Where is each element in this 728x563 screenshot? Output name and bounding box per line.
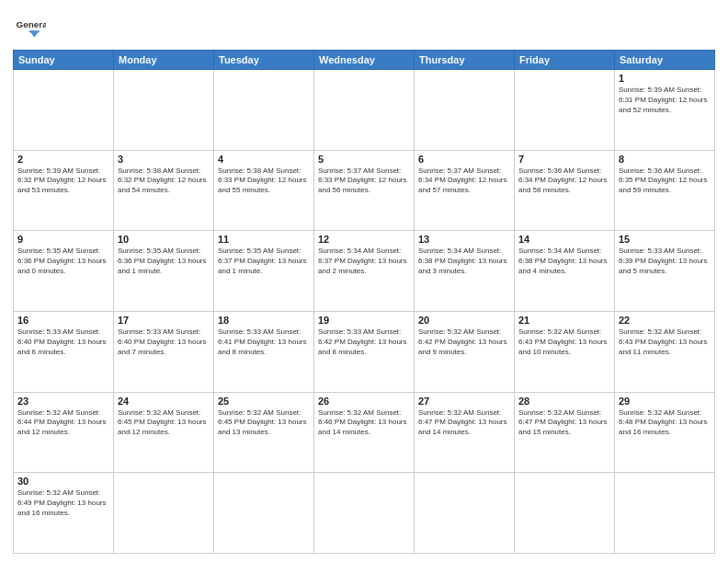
day-info: Sunrise: 5:35 AM Sunset: 6:36 PM Dayligh…	[17, 247, 109, 276]
day-info: Sunrise: 5:37 AM Sunset: 6:34 PM Dayligh…	[418, 167, 510, 196]
day-number: 26	[318, 396, 410, 407]
header: General	[13, 9, 715, 42]
svg-rect-3	[29, 30, 40, 32]
header-thursday: Thursday	[415, 51, 515, 70]
day-number: 25	[218, 396, 310, 407]
table-cell	[114, 70, 214, 151]
table-cell	[515, 70, 615, 151]
day-number: 11	[218, 234, 310, 245]
table-cell: 30Sunrise: 5:32 AM Sunset: 6:49 PM Dayli…	[14, 473, 114, 554]
day-number: 7	[518, 154, 610, 165]
day-info: Sunrise: 5:37 AM Sunset: 6:33 PM Dayligh…	[318, 167, 410, 196]
day-info: Sunrise: 5:34 AM Sunset: 6:38 PM Dayligh…	[518, 247, 610, 276]
day-number: 2	[17, 154, 109, 165]
table-cell	[314, 473, 415, 554]
table-cell	[114, 473, 214, 554]
day-info: Sunrise: 5:33 AM Sunset: 6:42 PM Dayligh…	[318, 327, 410, 357]
table-cell: 20Sunrise: 5:32 AM Sunset: 6:42 PM Dayli…	[415, 311, 515, 392]
table-cell: 5Sunrise: 5:37 AM Sunset: 6:33 PM Daylig…	[314, 150, 415, 231]
day-number: 12	[318, 234, 410, 245]
day-number: 29	[619, 396, 711, 407]
day-info: Sunrise: 5:33 AM Sunset: 6:41 PM Dayligh…	[218, 327, 310, 357]
day-info: Sunrise: 5:32 AM Sunset: 6:43 PM Dayligh…	[518, 327, 610, 357]
day-number: 15	[619, 234, 711, 245]
day-number: 20	[418, 315, 510, 326]
page: General Sunday Monday Tuesday Wednesday …	[0, 0, 728, 563]
day-info: Sunrise: 5:32 AM Sunset: 6:44 PM Dayligh…	[17, 408, 109, 438]
day-number: 8	[619, 154, 711, 165]
table-cell	[615, 473, 715, 554]
day-info: Sunrise: 5:38 AM Sunset: 6:32 PM Dayligh…	[118, 167, 210, 196]
table-cell: 11Sunrise: 5:35 AM Sunset: 6:37 PM Dayli…	[214, 231, 314, 312]
table-cell: 7Sunrise: 5:36 AM Sunset: 6:34 PM Daylig…	[515, 150, 615, 231]
day-number: 23	[17, 396, 109, 407]
day-info: Sunrise: 5:33 AM Sunset: 6:39 PM Dayligh…	[619, 247, 711, 276]
day-info: Sunrise: 5:36 AM Sunset: 6:34 PM Dayligh…	[518, 167, 610, 196]
table-cell	[415, 70, 515, 151]
day-number: 6	[418, 154, 510, 165]
header-friday: Friday	[515, 51, 615, 70]
day-info: Sunrise: 5:32 AM Sunset: 6:46 PM Dayligh…	[318, 408, 410, 438]
table-cell	[214, 70, 314, 151]
logo-icon: General	[13, 9, 46, 42]
logo: General	[13, 9, 50, 42]
table-cell: 23Sunrise: 5:32 AM Sunset: 6:44 PM Dayli…	[14, 392, 114, 473]
header-wednesday: Wednesday	[314, 51, 415, 70]
header-tuesday: Tuesday	[214, 51, 314, 70]
table-cell: 29Sunrise: 5:32 AM Sunset: 6:48 PM Dayli…	[615, 392, 715, 473]
day-number: 18	[218, 315, 310, 326]
table-cell: 18Sunrise: 5:33 AM Sunset: 6:41 PM Dayli…	[214, 311, 314, 392]
table-cell: 12Sunrise: 5:34 AM Sunset: 6:37 PM Dayli…	[314, 231, 415, 312]
day-info: Sunrise: 5:32 AM Sunset: 6:45 PM Dayligh…	[118, 408, 210, 438]
day-info: Sunrise: 5:32 AM Sunset: 6:49 PM Dayligh…	[17, 488, 109, 518]
table-cell	[214, 473, 314, 554]
table-cell: 1Sunrise: 5:39 AM Sunset: 6:31 PM Daylig…	[615, 70, 715, 151]
day-info: Sunrise: 5:33 AM Sunset: 6:40 PM Dayligh…	[17, 327, 109, 357]
day-info: Sunrise: 5:39 AM Sunset: 6:31 PM Dayligh…	[619, 86, 711, 115]
day-info: Sunrise: 5:32 AM Sunset: 6:47 PM Dayligh…	[418, 408, 510, 438]
table-cell: 16Sunrise: 5:33 AM Sunset: 6:40 PM Dayli…	[14, 311, 114, 392]
table-cell: 15Sunrise: 5:33 AM Sunset: 6:39 PM Dayli…	[615, 231, 715, 312]
day-info: Sunrise: 5:35 AM Sunset: 6:37 PM Dayligh…	[218, 247, 310, 276]
table-cell: 24Sunrise: 5:32 AM Sunset: 6:45 PM Dayli…	[114, 392, 214, 473]
day-number: 27	[418, 396, 510, 407]
header-sunday: Sunday	[14, 51, 114, 70]
day-info: Sunrise: 5:39 AM Sunset: 6:32 PM Dayligh…	[17, 167, 109, 196]
svg-text:General: General	[17, 19, 46, 29]
day-number: 17	[118, 315, 210, 326]
calendar-table: Sunday Monday Tuesday Wednesday Thursday…	[13, 50, 715, 554]
table-cell: 9Sunrise: 5:35 AM Sunset: 6:36 PM Daylig…	[14, 231, 114, 312]
table-cell: 28Sunrise: 5:32 AM Sunset: 6:47 PM Dayli…	[515, 392, 615, 473]
day-number: 24	[118, 396, 210, 407]
day-number: 9	[17, 234, 109, 245]
day-number: 1	[619, 73, 711, 84]
table-cell: 6Sunrise: 5:37 AM Sunset: 6:34 PM Daylig…	[415, 150, 515, 231]
day-number: 19	[318, 315, 410, 326]
header-saturday: Saturday	[615, 51, 715, 70]
day-info: Sunrise: 5:32 AM Sunset: 6:45 PM Dayligh…	[218, 408, 310, 438]
weekday-header-row: Sunday Monday Tuesday Wednesday Thursday…	[14, 51, 715, 70]
day-info: Sunrise: 5:32 AM Sunset: 6:48 PM Dayligh…	[619, 408, 711, 438]
table-cell	[314, 70, 415, 151]
day-info: Sunrise: 5:34 AM Sunset: 6:38 PM Dayligh…	[418, 247, 510, 276]
day-info: Sunrise: 5:34 AM Sunset: 6:37 PM Dayligh…	[318, 247, 410, 276]
day-number: 22	[619, 315, 711, 326]
table-cell: 22Sunrise: 5:32 AM Sunset: 6:43 PM Dayli…	[615, 311, 715, 392]
day-info: Sunrise: 5:38 AM Sunset: 6:33 PM Dayligh…	[218, 167, 310, 196]
table-cell: 19Sunrise: 5:33 AM Sunset: 6:42 PM Dayli…	[314, 311, 415, 392]
table-cell	[14, 70, 114, 151]
table-cell: 10Sunrise: 5:35 AM Sunset: 6:36 PM Dayli…	[114, 231, 214, 312]
header-monday: Monday	[114, 51, 214, 70]
table-cell: 8Sunrise: 5:36 AM Sunset: 6:35 PM Daylig…	[615, 150, 715, 231]
day-number: 30	[17, 476, 109, 487]
day-number: 16	[17, 315, 109, 326]
day-number: 4	[218, 154, 310, 165]
day-info: Sunrise: 5:36 AM Sunset: 6:35 PM Dayligh…	[619, 167, 711, 196]
table-cell	[415, 473, 515, 554]
table-cell: 17Sunrise: 5:33 AM Sunset: 6:40 PM Dayli…	[114, 311, 214, 392]
day-info: Sunrise: 5:32 AM Sunset: 6:42 PM Dayligh…	[418, 327, 510, 357]
table-cell: 14Sunrise: 5:34 AM Sunset: 6:38 PM Dayli…	[515, 231, 615, 312]
day-info: Sunrise: 5:32 AM Sunset: 6:43 PM Dayligh…	[619, 327, 711, 357]
day-number: 10	[118, 234, 210, 245]
table-cell: 27Sunrise: 5:32 AM Sunset: 6:47 PM Dayli…	[415, 392, 515, 473]
